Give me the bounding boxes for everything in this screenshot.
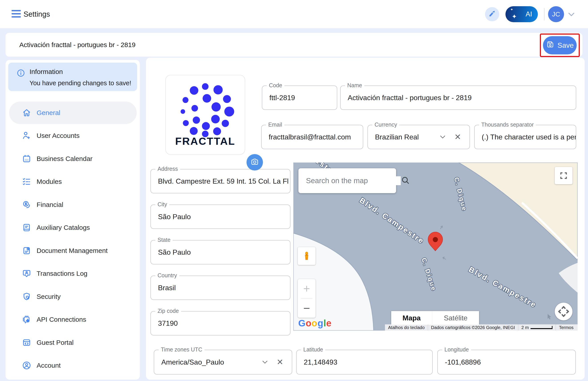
latitude-field[interactable]: Latitude 21,148493 (296, 350, 433, 375)
map-attribution-bar: Atalhos do teclado Dados cartográficos ©… (385, 324, 578, 331)
clear-icon[interactable]: ✕ (454, 132, 461, 142)
sidebar-item-account[interactable]: Account (9, 354, 137, 377)
user-plus-icon (21, 131, 32, 141)
pan-arrows-icon (556, 304, 572, 319)
location-map[interactable]: Blvd. Campestre C. Dique C. Dique Blvd. … (293, 162, 578, 331)
user-badge-icon (21, 269, 32, 279)
top-app-bar: Settings ✦ ✦ AI JC (0, 0, 588, 28)
tab-map[interactable]: Mapa (391, 311, 432, 325)
pegman-icon (302, 251, 312, 261)
ai-button-label: AI (526, 10, 532, 18)
fracttal-wordmark: FRACTTAL (166, 135, 245, 147)
browser-code-icon (21, 337, 32, 348)
user-circle-icon (21, 360, 32, 371)
general-settings-panel: FRACTTAL Code fttl-2819 Name Activación … (146, 58, 585, 380)
company-logo: FRACTTAL (165, 75, 245, 155)
zoom-out-button[interactable]: − (298, 299, 315, 318)
address-field[interactable]: Address Blvd. Campestre Ext. 59 Int. 15 … (150, 169, 291, 193)
avatar[interactable]: JC (548, 6, 564, 22)
fullscreen-button[interactable] (555, 167, 572, 184)
chevron-down-icon[interactable] (440, 135, 445, 139)
code-field[interactable]: Code fttl-2819 (262, 86, 337, 110)
camera-icon (250, 157, 259, 167)
longitude-field[interactable]: Longitude -101,68896 (437, 350, 576, 375)
sidebar-item-api-connections[interactable]: API Connections (9, 308, 137, 331)
zip-code-field[interactable]: Zip code 37190 (150, 311, 291, 336)
chevron-down-icon[interactable] (262, 360, 268, 364)
notice-message: You have pending changes to save! (29, 79, 131, 87)
map-type-tabs: Mapa Satélite (391, 311, 479, 325)
checklist-icon (21, 177, 32, 187)
book-icon (21, 223, 32, 233)
state-field[interactable]: State São Paulo (150, 240, 291, 265)
rocket-button[interactable] (485, 7, 499, 21)
thousands-separator-field[interactable]: Thousands separator (.) The character us… (474, 125, 576, 149)
zoom-control: + − (298, 279, 315, 318)
record-title: Activación fracttal - portugues br - 281… (19, 33, 136, 57)
save-button-label: Save (558, 41, 574, 49)
keyboard-shortcuts-link[interactable]: Atalhos do teclado (385, 325, 428, 330)
sidebar-item-guest-portal[interactable]: Guest Portal (9, 331, 137, 354)
google-logo[interactable]: Google (298, 318, 332, 329)
pan-control[interactable] (555, 303, 572, 320)
rocket-icon (488, 9, 497, 19)
coins-icon (21, 200, 32, 210)
sidebar-item-auxiliary-catalogs[interactable]: Auxiliary Catalogs (9, 216, 137, 239)
clear-icon[interactable]: ✕ (277, 358, 283, 367)
toolbar: Activación fracttal - portugues br - 281… (5, 33, 583, 57)
zoom-in-button[interactable]: + (298, 279, 315, 298)
shield-icon (21, 291, 32, 302)
tab-satellite[interactable]: Satélite (432, 311, 479, 325)
currency-select[interactable]: Currency Brazilian Real ✕ (367, 125, 470, 149)
map-data-attribution: Dados cartográficos ©2026 Google, INEGI (428, 325, 518, 330)
terms-link[interactable]: Termos (556, 325, 577, 330)
sidebar-item-modules[interactable]: Modules (9, 170, 137, 193)
change-logo-button[interactable] (247, 154, 263, 171)
info-icon (17, 69, 25, 77)
notice-title: Information (29, 68, 63, 75)
email-field[interactable]: Email fracttalbrasil@fracttal.com (261, 125, 363, 149)
pending-changes-notice: Information You have pending changes to … (8, 63, 137, 91)
search-icon[interactable] (401, 176, 410, 186)
save-button[interactable]: Save (543, 36, 577, 54)
sidebar-item-user-accounts[interactable]: User Accounts (9, 124, 137, 147)
save-icon (546, 40, 554, 50)
sidebar-item-security[interactable]: Security (9, 285, 137, 308)
sidebar-item-financial[interactable]: Financial (9, 193, 137, 216)
name-field[interactable]: Name Activación fracttal - portugues br … (340, 86, 576, 110)
map-scale: 2 m (518, 325, 556, 330)
page-title: Settings (23, 0, 50, 28)
sparkle-icon: ✦ ✦ (510, 8, 519, 21)
chevron-down-icon[interactable] (568, 12, 575, 17)
city-field[interactable]: City São Paulo (150, 204, 291, 229)
header-divider (544, 8, 545, 21)
fullscreen-icon (559, 171, 568, 180)
timezone-select[interactable]: Time zones UTC America/Sao_Paulo ✕ (154, 350, 292, 375)
map-search-box[interactable] (298, 168, 396, 193)
map-search-input[interactable] (306, 176, 401, 185)
document-clock-icon (21, 246, 32, 256)
fracttal-dots-logo (166, 79, 245, 139)
home-icon (21, 108, 32, 118)
sidebar-item-business-calendar[interactable]: Business Calendar (9, 147, 137, 170)
chip-gear-icon (21, 314, 32, 325)
sidebar-item-transactions-log[interactable]: Transactions Log (9, 262, 137, 285)
sidebar-item-general[interactable]: General (9, 101, 137, 124)
scale-bar (530, 326, 552, 329)
ai-assistant-button[interactable]: ✦ ✦ AI (505, 6, 538, 22)
country-field[interactable]: Country Brasil (150, 275, 291, 300)
calendar-icon (21, 154, 32, 164)
pegman-button[interactable] (298, 247, 315, 265)
sidebar-item-document-management[interactable]: Document Management (9, 239, 137, 262)
menu-icon[interactable] (12, 10, 21, 18)
settings-sidebar: Information You have pending changes to … (5, 60, 140, 380)
